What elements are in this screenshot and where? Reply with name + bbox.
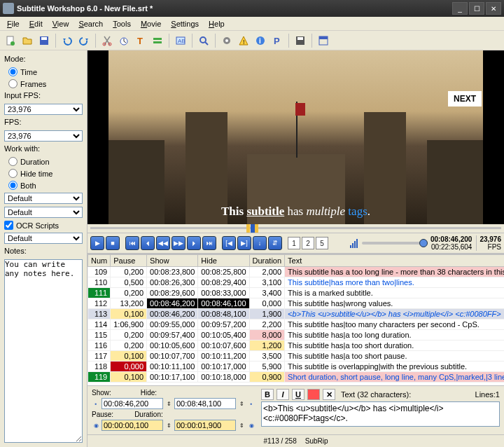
menu-settings[interactable]: Settings bbox=[167, 18, 203, 29]
duration-input[interactable] bbox=[174, 420, 236, 431]
play-button[interactable]: ▶ bbox=[90, 236, 104, 250]
col-duration[interactable]: Duration bbox=[249, 255, 285, 267]
maximize-button[interactable]: ☐ bbox=[469, 2, 484, 15]
subtitles-button[interactable] bbox=[150, 33, 165, 48]
bold-button[interactable]: B bbox=[261, 389, 274, 400]
step-fwd-button[interactable]: ⏵ bbox=[187, 236, 201, 250]
new-file-button[interactable] bbox=[3, 33, 18, 48]
rewind-button[interactable]: ⏮ bbox=[125, 236, 139, 250]
seek-fwd-button[interactable]: ▶▶ bbox=[172, 236, 186, 250]
pause-input[interactable] bbox=[102, 420, 163, 431]
ocr-select[interactable]: Default bbox=[4, 233, 83, 244]
col-pause[interactable]: Pause bbox=[111, 255, 147, 267]
table-row[interactable]: 1090,20000:08:23,80000:08:25,8002,000Thi… bbox=[88, 267, 505, 277]
undo-button[interactable] bbox=[59, 33, 75, 48]
warning-button[interactable]: ! bbox=[236, 33, 251, 48]
hide-input[interactable] bbox=[174, 398, 236, 409]
step-back-button[interactable]: ⏴ bbox=[141, 236, 155, 250]
svg-text:P: P bbox=[274, 36, 280, 46]
fps-label: FPS: bbox=[4, 118, 83, 126]
pause-label: Pause: bbox=[92, 411, 113, 418]
cut-button[interactable] bbox=[99, 33, 115, 48]
volume-icon bbox=[350, 238, 358, 248]
menu-movie[interactable]: Movie bbox=[136, 18, 165, 29]
layout-button[interactable] bbox=[316, 33, 331, 48]
table-row[interactable]: 1100,50000:08:26,30000:08:29,4003,100Thi… bbox=[88, 277, 505, 288]
style2-select[interactable]: Default bbox=[4, 207, 83, 218]
marker-out-button[interactable]: ▶] bbox=[237, 236, 251, 250]
table-row[interactable]: 1130,10000:08:46,20000:08:48,1001,900<b>… bbox=[88, 309, 505, 319]
save-alt-button[interactable] bbox=[293, 33, 308, 48]
menu-tools[interactable]: Tools bbox=[108, 18, 135, 29]
svg-point-12 bbox=[200, 37, 206, 43]
pascal-button[interactable]: P bbox=[270, 33, 285, 48]
table-row[interactable]: 1160,20000:10:05,60000:10:07,6001,200Thi… bbox=[88, 341, 505, 351]
volume-slider[interactable] bbox=[362, 242, 425, 245]
ocr-checkbox[interactable] bbox=[4, 221, 13, 230]
color-button[interactable] bbox=[307, 389, 320, 400]
table-row[interactable]: 1150,20000:09:57,40000:10:05,4008,000Thi… bbox=[88, 330, 505, 341]
menu-file[interactable]: File bbox=[3, 18, 24, 29]
table-row[interactable]: 1110,20000:08:29,60000:08:33,0003,400Thi… bbox=[88, 288, 505, 298]
speed2-button[interactable]: 2 bbox=[302, 237, 314, 249]
timing-button[interactable] bbox=[116, 33, 132, 48]
insert-sub-button[interactable]: ↓ bbox=[253, 236, 267, 250]
clear-fmt-button[interactable]: ✕ bbox=[323, 389, 335, 400]
seek-bar[interactable] bbox=[90, 224, 501, 233]
stop-button[interactable]: ■ bbox=[106, 236, 120, 250]
work-both-radio[interactable] bbox=[8, 181, 18, 190]
marker-in-button[interactable]: [◀ bbox=[222, 236, 236, 250]
seek-back-button[interactable]: ◀◀ bbox=[156, 236, 170, 250]
settings-button[interactable] bbox=[219, 33, 234, 48]
close-button[interactable]: ✕ bbox=[486, 2, 501, 15]
speed5-button[interactable]: 5 bbox=[316, 237, 328, 249]
work-duration-radio[interactable] bbox=[8, 157, 18, 166]
next-button[interactable]: NEXT bbox=[448, 91, 482, 106]
text-button[interactable]: T bbox=[133, 33, 148, 48]
info-button[interactable]: i bbox=[253, 33, 268, 48]
mode-label: Mode: bbox=[4, 55, 83, 63]
edit-bar: Show:Hide: ▪ ⇕ ⇕ ▪ Pause:Duration: ◉ ⇕ ⇕ bbox=[88, 385, 504, 434]
menu-help[interactable]: Help bbox=[204, 18, 229, 29]
menu-edit[interactable]: Edit bbox=[25, 18, 47, 29]
timecode-display: 00:08:46,200 00:22:35,604 bbox=[430, 235, 472, 251]
table-row[interactable]: 1170,10000:10:07,70000:10:11,2003,500Thi… bbox=[88, 351, 505, 362]
underline-button[interactable]: U bbox=[292, 389, 304, 400]
input-fps-select[interactable]: 23,976 bbox=[4, 104, 83, 115]
col-show[interactable]: Show bbox=[147, 255, 198, 267]
redo-button[interactable] bbox=[76, 33, 92, 48]
fps-select[interactable]: 23,976 bbox=[4, 130, 83, 142]
subtitle-grid[interactable]: NumPauseShowHideDurationText 1090,20000:… bbox=[88, 254, 504, 385]
table-row[interactable]: 11213,20000:08:46,20000:08:46,1000,000Th… bbox=[88, 298, 505, 309]
save-file-button[interactable] bbox=[36, 33, 52, 48]
mode-frames-radio[interactable] bbox=[8, 79, 18, 88]
mode-time-radio[interactable] bbox=[8, 67, 18, 76]
col-text[interactable]: Text bbox=[285, 255, 504, 267]
search-button[interactable] bbox=[196, 33, 211, 48]
subtitle-text-input[interactable]: <b>This <u>subtitle</u></b> has <i>multi… bbox=[261, 401, 500, 427]
window-title: Subtitle Workshop 6.0 - New File.srt * bbox=[17, 4, 452, 13]
open-file-button[interactable] bbox=[20, 33, 35, 48]
work-hide-radio[interactable] bbox=[8, 169, 18, 178]
svg-rect-20 bbox=[298, 37, 303, 40]
table-row[interactable]: 1141:06,90000:09:55,00000:09:57,2002,200… bbox=[88, 319, 505, 330]
minimize-button[interactable]: _ bbox=[452, 2, 468, 15]
menu-view[interactable]: View bbox=[48, 18, 74, 29]
speed1-button[interactable]: 1 bbox=[288, 237, 300, 249]
table-row[interactable]: 1180,00000:10:11,10000:10:17,0005,900Thi… bbox=[88, 362, 505, 372]
col-num[interactable]: Num bbox=[88, 255, 111, 267]
table-row[interactable]: 1190,10000:10:17,10000:10:18,0000,900Sho… bbox=[88, 372, 505, 383]
col-hide[interactable]: Hide bbox=[198, 255, 249, 267]
notes-textarea[interactable]: You can write any notes here. bbox=[4, 259, 83, 443]
forward-button[interactable]: ⏭ bbox=[202, 236, 216, 250]
split-sub-button[interactable]: ⇵ bbox=[268, 236, 282, 250]
svg-rect-9 bbox=[153, 41, 162, 43]
menu-search[interactable]: Search bbox=[74, 18, 107, 29]
svg-rect-3 bbox=[41, 37, 47, 40]
video-preview[interactable]: NEXT This subtitle has multiple tags. bbox=[88, 50, 504, 224]
show-input[interactable] bbox=[102, 398, 163, 409]
style1-select[interactable]: Default bbox=[4, 193, 83, 204]
translate-button[interactable]: AB bbox=[173, 33, 188, 48]
svg-text:i: i bbox=[259, 37, 261, 45]
italic-button[interactable]: I bbox=[276, 389, 289, 400]
